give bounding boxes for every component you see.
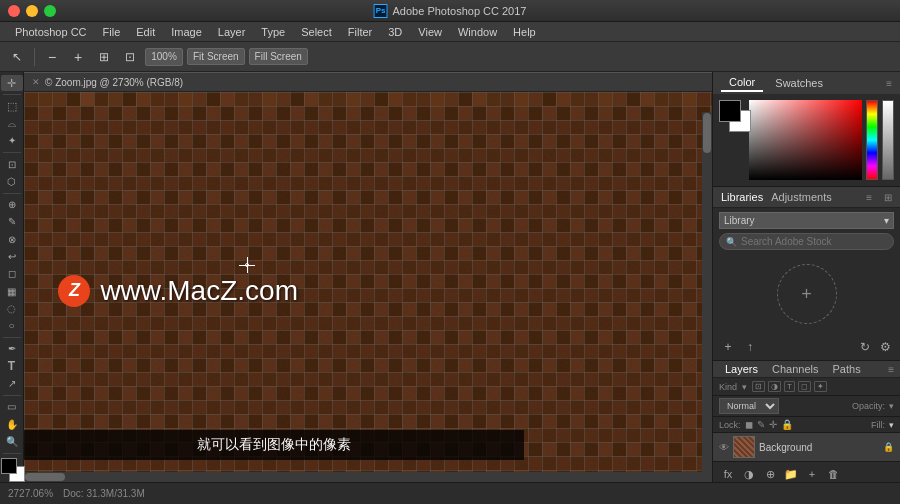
dodge-tool[interactable]: ○: [1, 318, 23, 334]
vertical-scrollbar[interactable]: [702, 112, 712, 482]
lock-paint-btn[interactable]: ✎: [757, 419, 765, 430]
close-button[interactable]: [8, 5, 20, 17]
menu-file[interactable]: File: [96, 24, 128, 40]
lock-all-btn[interactable]: 🔒: [781, 419, 793, 430]
blend-mode-select[interactable]: Normal Multiply Screen Overlay: [719, 398, 779, 414]
horizontal-scrollbar[interactable]: [24, 472, 702, 482]
pixel-layer-icon[interactable]: ⊡: [752, 381, 765, 392]
library-settings-btn[interactable]: ⚙: [876, 338, 894, 356]
layers-panel-header: Layers Channels Paths ≡: [713, 361, 900, 378]
layer-mask-btn[interactable]: ◑: [740, 465, 758, 482]
color-tab[interactable]: Color: [721, 74, 763, 92]
type-tool[interactable]: T: [1, 358, 23, 374]
foreground-swatch[interactable]: [719, 100, 741, 122]
h-scroll-thumb[interactable]: [25, 473, 65, 481]
layer-item-background[interactable]: 👁 Background 🔒: [713, 433, 900, 462]
pen-tool[interactable]: ✒: [1, 341, 23, 357]
foreground-color[interactable]: [1, 458, 17, 474]
minimize-button[interactable]: [26, 5, 38, 17]
fit-screen-btn[interactable]: Fit Screen: [187, 48, 245, 65]
menu-image[interactable]: Image: [164, 24, 209, 40]
hand-icon[interactable]: ⊡: [119, 46, 141, 68]
channels-tab[interactable]: Channels: [766, 361, 824, 377]
swatches-tab[interactable]: Swatches: [767, 75, 831, 91]
marquee-tool[interactable]: ⬚: [1, 98, 23, 114]
layer-fx-btn[interactable]: fx: [719, 465, 737, 482]
paths-tab[interactable]: Paths: [827, 361, 867, 377]
color-gradient[interactable]: [749, 100, 862, 180]
layer-visibility-eye[interactable]: 👁: [719, 442, 729, 453]
zoom-input[interactable]: 100%: [145, 48, 183, 66]
v-scroll-thumb[interactable]: [703, 113, 711, 153]
adjustments-tab[interactable]: Adjustments: [771, 191, 832, 203]
brightness-overlay: [749, 100, 862, 180]
status-bar: 2727.06% Doc: 31.3M/31.3M: [0, 482, 900, 504]
menu-photoshop[interactable]: Photoshop CC: [8, 24, 94, 40]
eyedropper-tool[interactable]: ⬡: [1, 173, 23, 189]
libraries-view-icon[interactable]: ⊞: [884, 192, 892, 203]
zoom-in-btn[interactable]: +: [67, 46, 89, 68]
path-select-tool[interactable]: ↗: [1, 376, 23, 392]
fill-value[interactable]: ▾: [889, 420, 894, 430]
move-tool-btn[interactable]: ↖: [6, 46, 28, 68]
gradient-tool[interactable]: ▦: [1, 283, 23, 299]
maximize-button[interactable]: [44, 5, 56, 17]
library-dropdown[interactable]: Library ▾: [719, 212, 894, 229]
menu-3d[interactable]: 3D: [381, 24, 409, 40]
lock-transparent-btn[interactable]: ◼: [745, 419, 753, 430]
blur-tool[interactable]: ◌: [1, 300, 23, 316]
layer-new-btn[interactable]: +: [803, 465, 821, 482]
menu-edit[interactable]: Edit: [129, 24, 162, 40]
layers-panel: Layers Channels Paths ≡ Kind ▾ ⊡ ◑ T ◻ ✦…: [713, 361, 900, 482]
menu-help[interactable]: Help: [506, 24, 543, 40]
libraries-tab[interactable]: Libraries: [721, 191, 763, 203]
layer-group-btn[interactable]: 📁: [782, 465, 800, 482]
foreground-background-colors[interactable]: [1, 458, 23, 479]
menu-filter[interactable]: Filter: [341, 24, 379, 40]
zoom-out-btn[interactable]: −: [41, 46, 63, 68]
lasso-tool[interactable]: ⌓: [1, 115, 23, 131]
library-footer: + ↑ ↻ ⚙: [713, 334, 900, 360]
library-add-circle[interactable]: +: [777, 264, 837, 324]
eraser-tool[interactable]: ◻: [1, 266, 23, 282]
canvas-wrapper[interactable]: Z www.MacZ.com: [24, 92, 712, 482]
type-layer-icon[interactable]: T: [784, 381, 795, 392]
move-tool[interactable]: ✛: [1, 75, 23, 91]
menu-layer[interactable]: Layer: [211, 24, 253, 40]
fill-screen-btn[interactable]: Fill Screen: [249, 48, 308, 65]
libraries-panel-menu[interactable]: ≡: [866, 192, 872, 203]
zoom-tool[interactable]: 🔍: [1, 433, 23, 449]
layer-adjustment-btn[interactable]: ⊕: [761, 465, 779, 482]
magic-wand-tool[interactable]: ✦: [1, 133, 23, 149]
library-refresh-btn[interactable]: ↻: [856, 338, 874, 356]
library-search-input[interactable]: [741, 236, 887, 247]
smart-layer-icon[interactable]: ✦: [814, 381, 827, 392]
history-tool[interactable]: ↩: [1, 248, 23, 264]
hue-slider[interactable]: [866, 100, 878, 180]
zoom-fit-icon[interactable]: ⊞: [93, 46, 115, 68]
menu-view[interactable]: View: [411, 24, 449, 40]
tool-divider-3: [3, 193, 21, 194]
color-panel-menu[interactable]: ≡: [886, 78, 892, 89]
library-upload-btn[interactable]: ↑: [741, 338, 759, 356]
stamp-tool[interactable]: ⊗: [1, 231, 23, 247]
spot-heal-tool[interactable]: ⊕: [1, 196, 23, 212]
alpha-slider[interactable]: [882, 100, 894, 180]
layers-tab[interactable]: Layers: [719, 361, 764, 377]
hand-tool[interactable]: ✋: [1, 416, 23, 432]
shape-tool[interactable]: ▭: [1, 399, 23, 415]
menu-window[interactable]: Window: [451, 24, 504, 40]
crop-tool[interactable]: ⊡: [1, 156, 23, 172]
library-add-btn[interactable]: +: [719, 338, 737, 356]
shape-layer-icon[interactable]: ◻: [798, 381, 811, 392]
library-empty-state: +: [713, 254, 900, 334]
menu-type[interactable]: Type: [254, 24, 292, 40]
layer-delete-btn[interactable]: 🗑: [824, 465, 842, 482]
layers-panel-menu[interactable]: ≡: [888, 364, 894, 375]
close-tab-btn[interactable]: ✕: [32, 77, 40, 87]
brush-tool[interactable]: ✎: [1, 214, 23, 230]
adjust-layer-icon[interactable]: ◑: [768, 381, 781, 392]
library-search[interactable]: 🔍: [719, 233, 894, 250]
menu-select[interactable]: Select: [294, 24, 339, 40]
lock-position-btn[interactable]: ✛: [769, 419, 777, 430]
